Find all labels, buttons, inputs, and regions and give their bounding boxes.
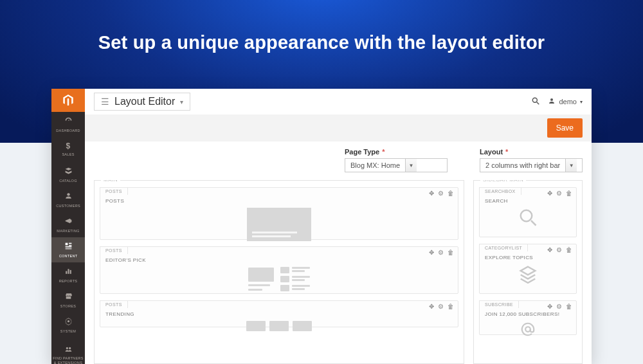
hero-title: Set up a unique appearance with the layo… [0, 32, 643, 53]
gear-icon[interactable]: ⚙ [556, 303, 562, 310]
svg-point-17 [525, 327, 530, 332]
dollar-icon: $ [66, 142, 71, 151]
admin-sidebar: DASHBOARD $ SALES CATALOG CUSTOMERS MARK… [51, 89, 85, 364]
page-type-select[interactable]: Blog MX: Home ▼ [345, 158, 448, 172]
move-icon[interactable]: ✥ [547, 246, 552, 253]
layout-controls: Page Type* Blog MX: Home ▼ Layout* 2 col… [85, 141, 592, 180]
svg-rect-1 [65, 243, 68, 246]
block-title: EXPLORE TOPICS [485, 255, 533, 260]
gear-icon[interactable]: ⚙ [556, 190, 562, 197]
svg-line-16 [531, 221, 536, 226]
sidebar-item-label: FIND PARTNERS & EXTENSIONS [53, 356, 84, 364]
page-type-label: Page Type* [345, 148, 448, 156]
sidebar-item-label: STORES [60, 304, 76, 308]
main-column: ☰ Layout Editor ▾ demo ▾ Save Page [85, 89, 592, 364]
block-categorylist[interactable]: CATEGORYLIST ✥ ⚙ 🗑 EXPLORE TOPICS [479, 244, 577, 294]
svg-point-11 [69, 347, 71, 349]
page-switcher[interactable]: ☰ Layout Editor ▾ [94, 93, 190, 111]
page-switcher-label: Layout Editor [114, 96, 175, 107]
system-icon [64, 317, 73, 328]
sidebar-item-content[interactable]: CONTENT [51, 237, 85, 262]
user-icon [548, 97, 556, 106]
control-layout: Layout* 2 columns with right bar ▼ [480, 148, 583, 172]
block-tools: ✥ ⚙ 🗑 [429, 190, 454, 197]
block-editors-pick[interactable]: POSTS ✥ ⚙ 🗑 EDITOR'S PICK [100, 246, 458, 294]
gear-icon[interactable]: ⚙ [438, 303, 444, 310]
search-icon [518, 208, 538, 232]
svg-rect-5 [65, 248, 71, 249]
move-icon[interactable]: ✥ [429, 249, 434, 256]
chevron-down-icon[interactable]: ▼ [405, 159, 417, 172]
sidebar-item-catalog[interactable]: CATALOG [51, 162, 85, 187]
sidebar-item-dashboard[interactable]: DASHBOARD [51, 112, 85, 137]
block-preview [105, 208, 453, 241]
zone-main: MAIN POSTS ✥ ⚙ 🗑 POSTS POSTS [94, 180, 464, 364]
gear-icon[interactable]: ⚙ [438, 190, 444, 197]
layout-select[interactable]: 2 columns with right bar ▼ [480, 158, 583, 172]
block-posts[interactable]: POSTS ✥ ⚙ 🗑 POSTS [100, 187, 458, 240]
trash-icon[interactable]: 🗑 [566, 303, 572, 310]
layers-icon [518, 264, 538, 288]
save-button[interactable]: Save [547, 118, 583, 138]
trash-icon[interactable]: 🗑 [448, 190, 454, 197]
admin-app-window: DASHBOARD $ SALES CATALOG CUSTOMERS MARK… [51, 89, 592, 364]
sidebar-item-reports[interactable]: REPORTS [51, 262, 85, 287]
sidebar-item-marketing[interactable]: MARKETING [51, 212, 85, 237]
move-icon[interactable]: ✥ [429, 303, 434, 310]
block-type-label: POSTS [100, 246, 128, 254]
gear-icon[interactable]: ⚙ [438, 249, 444, 256]
svg-point-15 [521, 210, 532, 222]
sidebar-item-partners[interactable]: FIND PARTNERS & EXTENSIONS [51, 338, 85, 363]
sidebar-item-label: MARKETING [57, 229, 79, 233]
svg-rect-8 [69, 270, 71, 274]
block-tools: ✥ ⚙ 🗑 [429, 249, 454, 256]
control-page-type: Page Type* Blog MX: Home ▼ [345, 148, 448, 172]
dashboard-icon [64, 116, 73, 127]
sidebar-item-customers[interactable]: CUSTOMERS [51, 187, 85, 212]
trash-icon[interactable]: 🗑 [566, 190, 572, 197]
trash-icon[interactable]: 🗑 [448, 303, 454, 310]
stores-icon [64, 292, 73, 303]
move-icon[interactable]: ✥ [547, 190, 552, 197]
block-type-label: POSTS [100, 187, 128, 195]
sidebar-item-stores[interactable]: STORES [51, 287, 85, 313]
block-trending[interactable]: POSTS ✥ ⚙ 🗑 TRENDING [100, 300, 458, 327]
block-tools: ✥ ⚙ 🗑 [547, 246, 572, 253]
sidebar-item-system[interactable]: SYSTEM [51, 313, 85, 338]
user-name: demo [559, 98, 577, 105]
block-subscribe[interactable]: SUBSCRIBE ✥ ⚙ 🗑 JOIN 12,000 SUBSCRIBERS! [479, 300, 577, 335]
menu-icon: ☰ [101, 96, 109, 107]
svg-rect-3 [69, 245, 71, 246]
block-title: EDITOR'S PICK [105, 257, 453, 263]
trash-icon[interactable]: 🗑 [448, 249, 454, 256]
layout-builder: MAIN POSTS ✥ ⚙ 🗑 POSTS POSTS [85, 180, 592, 364]
sidebar-item-label: CATALOG [59, 179, 77, 183]
move-icon[interactable]: ✥ [547, 303, 552, 310]
svg-point-14 [550, 98, 553, 101]
magento-logo[interactable] [51, 89, 85, 112]
svg-rect-7 [68, 269, 69, 274]
user-menu[interactable]: demo ▾ [548, 97, 583, 106]
svg-point-10 [66, 347, 68, 349]
at-sign-icon [520, 321, 536, 341]
move-icon[interactable]: ✥ [429, 190, 434, 197]
block-searchbox[interactable]: SEARCHBOX ✥ ⚙ 🗑 SEARCH [479, 187, 577, 237]
zone-sidebar-main: SIDEBAR MAIN SEARCHBOX ✥ ⚙ 🗑 SEARCH CATE… [473, 180, 583, 364]
reports-icon [64, 267, 73, 278]
zone-title-sidebar: SIDEBAR MAIN [480, 180, 526, 183]
block-preview [105, 267, 453, 291]
trash-icon[interactable]: 🗑 [566, 246, 572, 253]
gear-icon[interactable]: ⚙ [556, 246, 562, 253]
magento-logo-icon [63, 95, 73, 106]
block-title: POSTS [105, 198, 453, 204]
svg-line-13 [537, 102, 539, 104]
sidebar-item-sales[interactable]: $ SALES [51, 137, 85, 162]
layout-value: 2 columns with right bar [480, 159, 565, 172]
search-icon[interactable] [531, 96, 540, 107]
block-tools: ✥ ⚙ 🗑 [429, 303, 454, 310]
block-type-label: SEARCHBOX [479, 187, 521, 195]
chevron-down-icon[interactable]: ▼ [565, 159, 577, 172]
partners-icon [64, 336, 73, 356]
sidebar-item-label: SALES [62, 152, 74, 156]
customers-icon [64, 192, 73, 203]
